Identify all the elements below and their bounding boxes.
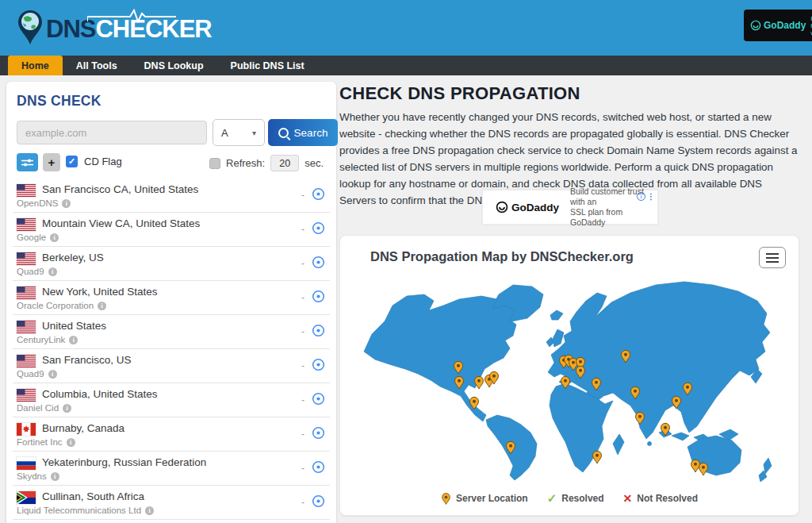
godaddy-banner-ad[interactable]: GoDaddy Build customer trust with anSSL … (482, 190, 658, 225)
info-icon[interactable]: i (67, 438, 75, 447)
resolving-spinner-icon (312, 426, 325, 440)
godaddy-banner-brand: GoDaddy (511, 202, 559, 213)
domain-input[interactable] (17, 121, 207, 144)
info-icon[interactable]: i (51, 472, 59, 481)
nav-tab-all-tools[interactable]: All Tools (63, 56, 131, 75)
godaddy-swirl-icon (496, 201, 508, 213)
server-provider: Oracle Corporation i (17, 301, 106, 310)
resolving-spinner-icon (312, 460, 325, 474)
legend-server-location: Server Location (441, 491, 528, 506)
server-result: - (301, 190, 304, 201)
info-icon[interactable]: i (48, 267, 57, 276)
server-location: Berkeley, US (42, 252, 104, 263)
server-provider: CenturyLink i (17, 335, 78, 344)
country-flag-icon (17, 423, 36, 436)
server-location-pin[interactable] (699, 463, 708, 475)
legend-not-resolved: ✕ Not Resolved (623, 492, 698, 505)
godaddy-banner-logo: GoDaddy (483, 201, 559, 213)
logo-text-checker: CHECKER (95, 15, 211, 43)
server-result: - (301, 497, 304, 508)
propagation-map-card: DNS Propagation Map by DNSChecker.org (339, 235, 799, 516)
logo-text-dns: DNS (46, 15, 95, 43)
info-icon[interactable]: i (50, 233, 59, 242)
ad-info-icon[interactable]: i (637, 192, 645, 201)
info-icon[interactable]: i (48, 370, 57, 379)
legend-resolved: ✓ Resolved (547, 491, 604, 506)
search-row: A ▾ Search (13, 119, 330, 146)
dns-check-panel: DNS CHECK A ▾ Search + ✓ (6, 82, 336, 523)
logo-pin-globe-icon (16, 9, 44, 47)
info-icon[interactable]: i (62, 199, 71, 208)
country-flag-icon (17, 457, 36, 470)
nav-tab-dns-lookup[interactable]: DNS Lookup (131, 56, 217, 75)
country-flag-icon (17, 321, 36, 333)
refresh-option: Refresh: sec. (209, 155, 324, 171)
server-provider: Skydns i (17, 471, 59, 481)
server-location: Yekaterinburg, Russian Federation (42, 456, 206, 468)
add-server-button[interactable]: + (43, 153, 60, 171)
country-flag-icon (17, 286, 36, 299)
godaddy-brand-text: GoDaddy (764, 20, 806, 31)
server-location: Mountain View CA, United States (42, 217, 200, 229)
server-location: San Francisco, US (42, 354, 132, 366)
info-icon[interactable]: i (98, 302, 106, 310)
ad-badges: i ⋮ (637, 192, 655, 201)
server-location: New York, United States (42, 286, 158, 298)
server-result: - (301, 326, 304, 337)
server-location-pin[interactable] (475, 376, 484, 389)
map-menu-button[interactable] (759, 247, 786, 268)
country-flag-icon (17, 389, 36, 402)
resolving-spinner-icon (312, 324, 325, 337)
filter-sliders-button[interactable] (17, 153, 38, 171)
country-flag-icon (17, 184, 36, 197)
server-location-pin[interactable] (691, 460, 700, 472)
cd-flag-checkbox[interactable]: ✓ (66, 156, 78, 167)
options-row: + ✓ CD Flag Refresh: sec. (13, 153, 330, 172)
server-row: New York, United StatesOracle Corporatio… (13, 281, 330, 315)
resolving-spinner-icon (312, 221, 325, 235)
resolving-spinner-icon (312, 358, 325, 371)
main-nav: Home All Tools DNS Lookup Public DNS Lis… (0, 56, 812, 75)
search-button[interactable]: Search (268, 119, 338, 146)
search-icon (278, 128, 289, 138)
refresh-seconds-input[interactable] (270, 155, 299, 171)
cd-flag-option[interactable]: ✓ CD Flag (66, 156, 122, 167)
map-pin-icon (441, 491, 451, 506)
godaddy-swirl-icon (750, 20, 761, 31)
resolving-spinner-icon (312, 187, 325, 201)
info-icon[interactable]: i (63, 404, 71, 413)
header-godaddy-ad[interactable]: GoDaddy B b w (744, 10, 812, 41)
page-title: CHECK DNS PROPAGATION (339, 83, 580, 104)
server-location: Columbia, United States (42, 388, 158, 400)
server-result: - (301, 224, 304, 235)
refresh-unit: sec. (304, 157, 324, 169)
server-provider: Fortinet Inc i (17, 437, 75, 447)
resolving-spinner-icon (312, 494, 325, 508)
server-location-pin[interactable] (593, 451, 602, 463)
x-icon: ✕ (623, 492, 633, 505)
country-flag-icon (17, 491, 36, 504)
check-icon: ✓ (547, 491, 557, 506)
ad-menu-icon[interactable]: ⋮ (647, 193, 655, 201)
refresh-checkbox[interactable] (209, 158, 220, 169)
record-type-select[interactable]: A ▾ (213, 119, 265, 146)
server-location: Burnaby, Canada (42, 422, 124, 434)
map-legend: Server Location ✓ Resolved ✕ Not Resolve… (340, 491, 799, 506)
world-map[interactable] (358, 275, 794, 482)
server-provider: Quad9 i (17, 267, 57, 276)
server-provider: Liquid Telecommunications Ltd i (17, 506, 154, 515)
server-row: Cullinan, South AfricaLiquid Telecommuni… (13, 486, 330, 520)
info-icon[interactable]: i (69, 336, 78, 344)
nav-tab-public-dns-list[interactable]: Public DNS List (217, 56, 318, 75)
dnschecker-page: DNSCHECKER GoDaddy B b w Home All Tools … (0, 0, 812, 523)
server-location: United States (42, 320, 106, 332)
map-title: DNS Propagation Map by DNSChecker.org (370, 249, 634, 264)
info-icon[interactable]: i (145, 506, 154, 515)
cd-flag-label: CD Flag (84, 156, 122, 167)
godaddy-logo: GoDaddy (750, 20, 806, 31)
site-logo[interactable]: DNSCHECKER (16, 9, 212, 47)
country-flag-icon (17, 252, 36, 265)
nav-tab-home[interactable]: Home (8, 56, 63, 75)
server-provider: Quad9 i (17, 369, 57, 379)
server-provider: Daniel Cid i (17, 403, 71, 413)
